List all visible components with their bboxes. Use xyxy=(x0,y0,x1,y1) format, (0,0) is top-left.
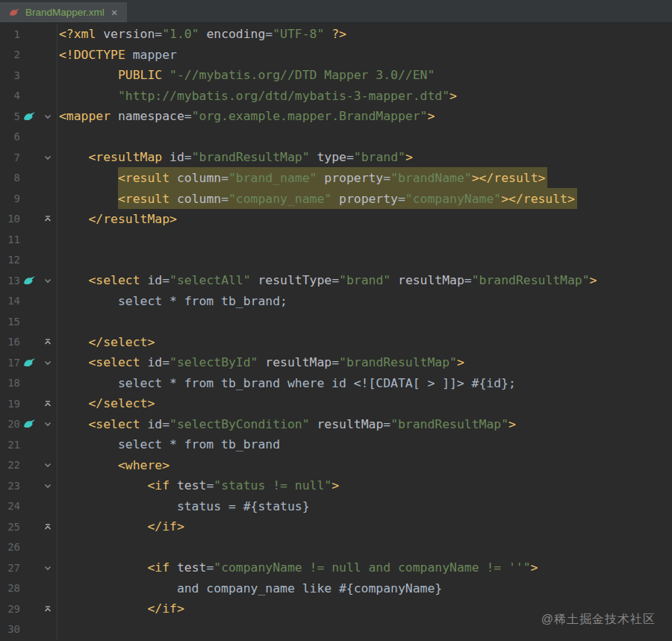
code-token: "companyName != null and companyName != … xyxy=(214,560,530,575)
fold-chevron-down-icon[interactable] xyxy=(39,153,57,162)
fold-chevron-down-icon[interactable] xyxy=(39,276,57,285)
fold-chevron-down-icon[interactable] xyxy=(39,481,57,490)
code-line: 25 </if> xyxy=(0,516,672,537)
code-token: > xyxy=(332,478,339,493)
mybatis-bird-icon[interactable] xyxy=(20,111,39,122)
code-token xyxy=(59,560,147,575)
ide-window: BrandMapper.xml × 1<?xml version="1.0" e… xyxy=(0,0,672,641)
code-token xyxy=(140,273,148,287)
line-number: 27 xyxy=(0,562,20,574)
code-line: 2<!DOCTYPE mapper xyxy=(0,45,672,66)
line-number: 17 xyxy=(0,357,20,369)
code-token xyxy=(59,89,118,103)
code-token xyxy=(169,478,177,493)
code-token xyxy=(59,355,88,369)
code-line: 1<?xml version="1.0" encoding="UTF-8" ?> xyxy=(0,24,672,45)
fold-chevron-up-icon[interactable] xyxy=(39,214,57,223)
gutter: 15 xyxy=(0,311,57,332)
fold-chevron-up-icon[interactable] xyxy=(39,522,57,531)
gutter: 17 xyxy=(0,352,57,373)
fold-chevron-down-icon[interactable] xyxy=(39,358,57,367)
gutter: 14 xyxy=(0,291,57,312)
code-token xyxy=(332,191,339,205)
gutter: 13 xyxy=(0,270,57,291)
code-token: "brandResultMap" xyxy=(192,150,310,164)
code-token xyxy=(59,191,118,205)
code-token: "selectAll" xyxy=(169,273,251,287)
code-token: "brand" xyxy=(339,273,391,287)
code-token: ?> xyxy=(332,27,346,41)
code-token xyxy=(59,478,147,493)
code-token: namespace xyxy=(118,109,184,123)
mybatis-bird-icon[interactable] xyxy=(20,419,39,429)
code-text: select * from tb_brand where id <![CDATA… xyxy=(57,376,672,390)
gutter: 6 xyxy=(0,127,57,148)
gutter: 29 xyxy=(0,598,57,619)
code-token: = xyxy=(332,273,339,287)
code-token: "-//mybatis.org//DTD Mapper 3.0//EN" xyxy=(169,68,435,82)
fold-chevron-down-icon[interactable] xyxy=(39,112,57,121)
code-text: </select> xyxy=(57,396,672,410)
code-line: 8 <result column="brand_name" property="… xyxy=(0,168,672,189)
tab-title: BrandMapper.xml xyxy=(25,7,105,18)
code-line: 5<mapper namespace="org.example.mapper.B… xyxy=(0,106,672,127)
code-token xyxy=(140,417,148,431)
fold-chevron-up-icon[interactable] xyxy=(39,399,57,408)
code-token: > xyxy=(457,355,464,369)
line-number: 24 xyxy=(0,500,20,512)
code-token: select * from tb_brand where id <![CDATA… xyxy=(59,376,516,390)
line-number: 28 xyxy=(0,582,20,594)
code-token: > xyxy=(531,560,538,575)
code-token xyxy=(59,601,147,616)
code-line: 18 select * from tb_brand where id <![CD… xyxy=(0,373,672,394)
code-token: id xyxy=(169,150,184,164)
code-text: <select id="selectByCondition" resultMap… xyxy=(57,417,672,431)
code-text: <if test="companyName != null and compan… xyxy=(57,560,672,575)
gutter: 10 xyxy=(0,209,57,230)
line-number: 4 xyxy=(0,90,20,101)
code-token xyxy=(140,355,148,369)
fold-chevron-down-icon[interactable] xyxy=(39,460,57,469)
gutter: 7 xyxy=(0,147,57,168)
code-token xyxy=(317,171,324,185)
mybatis-bird-icon[interactable] xyxy=(20,275,39,286)
line-number: 6 xyxy=(0,131,20,143)
code-text: <where> xyxy=(57,458,672,472)
code-token: <select xyxy=(88,273,140,287)
close-icon[interactable]: × xyxy=(111,7,118,18)
code-line: 11 xyxy=(0,229,672,250)
fold-chevron-down-icon[interactable] xyxy=(39,563,57,572)
code-token xyxy=(391,273,398,287)
code-token: > xyxy=(405,150,413,164)
gutter: 3 xyxy=(0,65,57,86)
code-line: 12 xyxy=(0,250,672,271)
code-token: = xyxy=(206,478,214,493)
gutter: 30 xyxy=(0,619,57,640)
code-token: and company_name like #{companyName} xyxy=(59,581,442,595)
tab-brandmapper-xml[interactable]: BrandMapper.xml × xyxy=(0,2,127,22)
code-token: "1.0" xyxy=(162,27,199,41)
code-token: > xyxy=(449,89,457,103)
editor[interactable]: 1<?xml version="1.0" encoding="UTF-8" ?>… xyxy=(0,23,672,641)
fold-chevron-down-icon[interactable] xyxy=(39,419,57,428)
code-token xyxy=(169,171,177,185)
gutter: 11 xyxy=(0,229,57,250)
code-token: "company_name" xyxy=(228,191,332,205)
gutter: 26 xyxy=(0,537,57,558)
line-number: 10 xyxy=(0,213,20,225)
code-line: 10 </resultMap> xyxy=(0,209,672,230)
code-line: 9 <result column="company_name" property… xyxy=(0,188,672,209)
code-token: </if> xyxy=(147,519,184,534)
code-token: "UTF-8" xyxy=(273,27,324,41)
fold-chevron-up-icon[interactable] xyxy=(39,604,57,613)
code-text: <result column="brand_name" property="br… xyxy=(57,171,672,185)
mybatis-bird-icon[interactable] xyxy=(20,357,39,368)
fold-chevron-up-icon[interactable] xyxy=(39,337,57,346)
code-token: > xyxy=(427,109,435,123)
line-number: 29 xyxy=(0,603,20,615)
code-token: <if xyxy=(147,478,169,493)
code-token: id xyxy=(147,273,162,287)
gutter: 1 xyxy=(0,24,57,45)
code-token xyxy=(59,519,147,534)
code-token xyxy=(59,458,118,472)
